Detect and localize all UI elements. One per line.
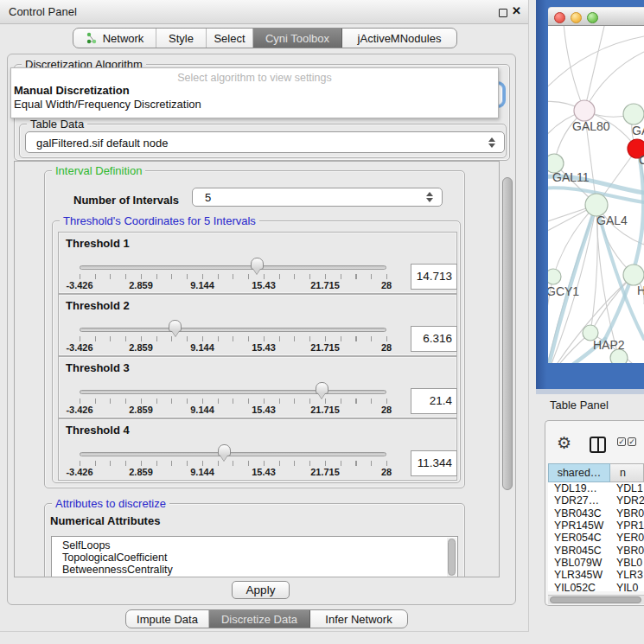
network-icon: [86, 32, 98, 44]
popup-item[interactable]: Manual Discretization: [11, 84, 498, 98]
cell-shared-name: YLR345W: [548, 569, 610, 581]
close-traffic-light[interactable]: [554, 12, 565, 23]
interval-definition-group: Interval Definition Number of Intervals …: [44, 170, 465, 488]
popup-item[interactable]: Equal Width/Frequency Discretization: [11, 98, 498, 112]
table-row[interactable]: YBL079WYBL0: [548, 557, 644, 569]
table-row[interactable]: YPR145WYPR1: [548, 520, 644, 532]
svg-text:GCY1: GCY1: [548, 284, 579, 298]
tab-network[interactable]: Network: [73, 29, 156, 48]
threshold-value-field[interactable]: 11.344: [411, 450, 457, 476]
column-header-shared[interactable]: shared…: [548, 463, 610, 482]
cell-name: YBL0: [610, 557, 642, 569]
tick-label: 9.144: [190, 280, 214, 290]
table-data-group: Table Data galFiltered.sif default node: [19, 124, 507, 158]
tick-label: 21.715: [310, 405, 340, 415]
svg-text:GAL4: GAL4: [596, 214, 628, 227]
threshold-value-field[interactable]: 6.316: [411, 326, 457, 352]
number-of-intervals-spinner[interactable]: 5: [192, 188, 443, 207]
settings-scroll-viewport: Interval Definition Number of Intervals …: [14, 161, 500, 577]
table-panel-title: Table Panel: [550, 399, 609, 411]
zoom-traffic-light[interactable]: [587, 12, 598, 23]
panel-scrollbar[interactable]: [501, 162, 514, 577]
table-row[interactable]: YDL19…YDL1: [548, 482, 644, 494]
slider-track[interactable]: [80, 328, 386, 332]
table-hscrollbar-thumb[interactable]: [550, 596, 641, 603]
cell-shared-name: YIL052C: [548, 582, 610, 591]
popup-hint: Select algorithm to view settings: [11, 68, 498, 84]
tick-label: 2.859: [129, 405, 153, 415]
tick-label: 9.144: [190, 467, 214, 477]
table-hscrollbar[interactable]: [548, 595, 644, 604]
slider-track[interactable]: [80, 265, 386, 270]
minimize-traffic-light[interactable]: [571, 12, 582, 23]
tick-label: -3.426: [66, 467, 92, 477]
threshold-value-field[interactable]: 21.4: [411, 388, 457, 414]
cell-name: YPR1: [610, 520, 644, 532]
slider-scale: -3.4262.8599.14415.4321.71528: [80, 279, 386, 290]
slider-handle[interactable]: [251, 258, 264, 270]
tick-label: 2.859: [129, 467, 153, 477]
attribute-list-item[interactable]: BetweennessCentrality: [52, 564, 457, 576]
svg-text:H: H: [637, 284, 644, 297]
cell-shared-name: YBL079W: [548, 557, 610, 569]
tick-label: 2.859: [129, 342, 153, 353]
threshold-panel: Threshold 2-3.4262.8599.14415.4321.71528…: [58, 294, 457, 356]
tab-cyni-toolbox[interactable]: Cyni Toolbox: [253, 29, 342, 48]
window-right-border: [528, 0, 529, 632]
apply-button[interactable]: Apply: [232, 581, 290, 599]
table-row[interactable]: YBR043CYBR0: [548, 507, 644, 520]
checkbox-icon-1[interactable]: ✓: [617, 437, 626, 446]
panel-scrollbar-thumb[interactable]: [502, 177, 513, 490]
attribute-list-item[interactable]: SelfLoops: [52, 539, 457, 552]
table-row[interactable]: YLR345WYLR3: [548, 569, 644, 581]
table-rows: YDL19…YDL1YDR27…YDR2YBR043CYBR0YPR145WYP…: [548, 482, 644, 591]
tab-jactivemnodules[interactable]: jActiveMNodules: [342, 29, 456, 48]
checkbox-icon-2[interactable]: ✓: [628, 437, 636, 446]
tick-label: 21.715: [310, 280, 340, 290]
tick-label: 15.43: [252, 467, 276, 477]
interval-definition-label: Interval Definition: [52, 164, 145, 177]
list-scrollbar[interactable]: [447, 538, 456, 577]
cell-name: YDR2: [610, 494, 644, 507]
slider-handle[interactable]: [169, 320, 182, 332]
table-row[interactable]: YDR27…YDR2: [548, 494, 644, 507]
threshold-value-field[interactable]: 14.713: [411, 264, 457, 290]
table-row[interactable]: YBR045CYBR0: [548, 545, 644, 557]
numerical-attributes-list[interactable]: SelfLoopsTopologicalCoefficientBetweenne…: [51, 536, 458, 577]
tab-select[interactable]: Select: [207, 29, 253, 48]
float-window-icon[interactable]: [499, 9, 507, 17]
columns-icon[interactable]: [590, 437, 606, 453]
slider-track[interactable]: [80, 452, 386, 456]
slider-track[interactable]: [80, 390, 386, 394]
cell-shared-name: YDR27…: [548, 494, 610, 507]
gear-icon[interactable]: ⚙: [557, 433, 571, 453]
slider-handle[interactable]: [316, 382, 328, 394]
combo-arrows-icon: [488, 137, 495, 148]
tick-label: 21.715: [310, 467, 340, 477]
cell-shared-name: YBR043C: [548, 507, 610, 520]
tick-label: 9.144: [190, 405, 214, 415]
table-row[interactable]: YIL052CYIL0: [548, 582, 644, 591]
svg-text:GAL11: GAL11: [552, 170, 590, 184]
attribute-list-item[interactable]: TopologicalCoefficient: [52, 552, 457, 564]
tab-infer-network[interactable]: Infer Network: [310, 610, 407, 628]
column-header-name[interactable]: n: [610, 463, 644, 482]
slider-handle[interactable]: [218, 444, 231, 456]
tick-label: -3.426: [66, 405, 92, 415]
threshold-panel: Threshold 3-3.4262.8599.14415.4321.71528…: [58, 356, 457, 418]
tab-impute-data[interactable]: Impute Data: [126, 610, 209, 628]
algorithm-dropdown-popup: Select algorithm to view settings Manual…: [10, 67, 499, 118]
table-data-combo[interactable]: galFiltered.sif default node: [25, 131, 505, 153]
tab-discretize-data[interactable]: Discretize Data: [209, 610, 310, 628]
tick-label: 15.43: [252, 405, 276, 415]
top-tab-bar: NetworkStyleSelectCyni ToolboxjActiveMNo…: [73, 28, 457, 48]
tick-label: 15.43: [252, 280, 276, 290]
close-icon[interactable]: ✕: [512, 4, 521, 17]
tab-label: Infer Network: [325, 613, 392, 626]
tab-style[interactable]: Style: [156, 29, 207, 48]
slider-scale: -3.4262.8599.14415.4321.71528: [80, 466, 386, 476]
slider-scale: -3.4262.8599.14415.4321.71528: [80, 404, 386, 414]
network-canvas[interactable]: GAL80GACGAL11GAL4GCY1HHAP2: [548, 26, 644, 363]
tab-label: jActiveMNodules: [358, 32, 442, 45]
table-row[interactable]: YER054CYER0: [548, 532, 644, 544]
